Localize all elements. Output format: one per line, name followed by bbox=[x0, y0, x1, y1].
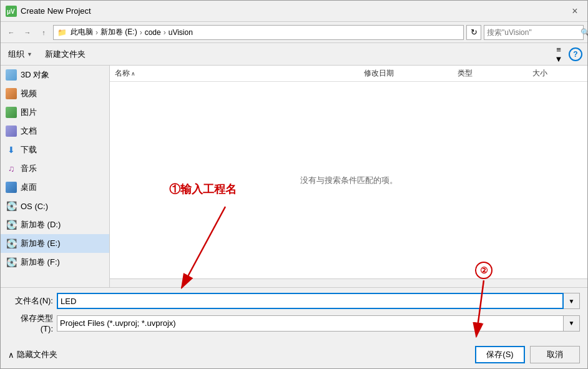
sidebar-label-desktop: 桌面 bbox=[21, 182, 37, 193]
video-icon bbox=[6, 88, 17, 99]
col-header-date[interactable]: 修改日期 bbox=[364, 68, 458, 79]
sidebar-label-3d: 3D 对象 bbox=[21, 69, 49, 81]
sidebar-label-doc: 文档 bbox=[21, 125, 37, 137]
refresh-button[interactable]: ↻ bbox=[466, 25, 481, 40]
drive-c-icon: 💽 bbox=[6, 200, 17, 212]
sidebar-item-desktop[interactable]: 桌面 bbox=[1, 178, 109, 197]
filetype-row: 保存类型(T): Project Files (*.uvproj; *.uvpr… bbox=[8, 313, 580, 333]
col-header-size[interactable]: 大小 bbox=[532, 68, 582, 79]
3d-icon bbox=[6, 69, 17, 81]
filetype-select[interactable]: Project Files (*.uvproj; *.uvprojx) bbox=[57, 315, 564, 332]
sidebar-label-music: 音乐 bbox=[21, 163, 37, 174]
filetype-dropdown[interactable]: ▼ bbox=[564, 315, 580, 332]
bottom-form-area: 文件名(N): ▼ 保存类型(T): Project Files (*.uvpr… bbox=[1, 287, 587, 342]
drive-f-icon: 💽 bbox=[6, 257, 17, 268]
breadcrumb-part-1: 新加卷 (E:) bbox=[100, 27, 137, 37]
sidebar-item-music[interactable]: ♫ 音乐 bbox=[1, 159, 109, 178]
save-button[interactable]: 保存(S) bbox=[475, 346, 525, 363]
breadcrumb: 📁 此电脑 › 新加卷 (E:) › code › uVision bbox=[57, 27, 193, 37]
create-project-dialog: μV Create New Project × ← → ↑ 📁 此电脑 › 新加… bbox=[0, 0, 588, 369]
address-path[interactable]: 📁 此电脑 › 新加卷 (E:) › code › uVision bbox=[53, 25, 464, 40]
cancel-button[interactable]: 取消 bbox=[530, 346, 580, 363]
sep-0: › bbox=[96, 28, 98, 37]
file-list-body: 没有与搜索条件匹配的项。 bbox=[110, 82, 587, 278]
download-icon: ⬇ bbox=[6, 144, 17, 155]
hide-folders-icon: ∧ bbox=[8, 350, 14, 360]
up-button[interactable]: ↑ bbox=[37, 26, 51, 39]
sort-arrow: ∧ bbox=[131, 71, 135, 77]
sidebar-label-download: 下载 bbox=[21, 144, 37, 155]
breadcrumb-folder-icon: 📁 bbox=[57, 28, 67, 37]
search-input[interactable] bbox=[487, 28, 581, 37]
breadcrumb-part-0: 此电脑 bbox=[71, 27, 93, 37]
sep-2: › bbox=[164, 28, 166, 37]
sidebar-label-image: 图片 bbox=[21, 107, 37, 118]
filename-input[interactable] bbox=[57, 293, 564, 309]
help-button[interactable]: ? bbox=[569, 47, 582, 61]
file-list-header: 名称 ∧ 修改日期 类型 大小 bbox=[110, 66, 587, 82]
title-bar: μV Create New Project × bbox=[1, 1, 587, 22]
filetype-label: 保存类型(T): bbox=[8, 313, 53, 333]
toolbar-right: ≡ ▼ ? bbox=[551, 47, 582, 62]
organize-label: 组织 bbox=[8, 49, 24, 60]
search-icon[interactable]: 🔍 bbox=[581, 28, 588, 37]
toolbar: 组织 ▼ 新建文件夹 ≡ ▼ ? bbox=[1, 43, 587, 66]
organize-arrow: ▼ bbox=[27, 51, 32, 57]
sidebar-item-doc[interactable]: 文档 bbox=[1, 122, 109, 140]
footer-area: ∧ 隐藏文件夹 保存(S) 取消 bbox=[1, 342, 587, 368]
file-area: 名称 ∧ 修改日期 类型 大小 没有与搜索条件匹配的项。 bbox=[110, 66, 587, 287]
view-button[interactable]: ≡ ▼ bbox=[551, 47, 566, 62]
sidebar: 3D 对象 视频 图片 文档 ⬇ 下载 ♫ 音乐 bbox=[1, 66, 110, 287]
sidebar-item-download[interactable]: ⬇ 下载 bbox=[1, 140, 109, 159]
search-box[interactable]: 🔍 bbox=[484, 25, 584, 40]
back-button[interactable]: ← bbox=[4, 26, 18, 39]
drive-e-icon: 💽 bbox=[6, 238, 17, 249]
music-icon: ♫ bbox=[6, 163, 17, 174]
hide-folders-toggle[interactable]: ∧ 隐藏文件夹 bbox=[8, 349, 57, 360]
empty-message: 没有与搜索条件匹配的项。 bbox=[300, 175, 398, 186]
sidebar-label-os-c: OS (C:) bbox=[21, 202, 48, 211]
filename-label: 文件名(N): bbox=[8, 295, 53, 307]
footer-buttons: 保存(S) 取消 bbox=[475, 346, 580, 363]
sidebar-item-drive-e[interactable]: 💽 新加卷 (E:) bbox=[1, 234, 109, 253]
breadcrumb-part-3: uVision bbox=[169, 28, 193, 37]
app-icon: μV bbox=[6, 6, 17, 17]
col-header-name[interactable]: 名称 ∧ bbox=[115, 68, 364, 79]
organize-button[interactable]: 组织 ▼ bbox=[6, 47, 35, 61]
hide-folders-label: 隐藏文件夹 bbox=[17, 349, 57, 360]
svg-text:μV: μV bbox=[7, 8, 15, 15]
sidebar-item-video[interactable]: 视频 bbox=[1, 84, 109, 103]
sidebar-item-os-c[interactable]: 💽 OS (C:) bbox=[1, 197, 109, 215]
h-scrollbar[interactable] bbox=[110, 278, 587, 287]
doc-icon bbox=[6, 125, 17, 137]
address-bar: ← → ↑ 📁 此电脑 › 新加卷 (E:) › code › uVision … bbox=[1, 22, 587, 43]
filetype-value: Project Files (*.uvproj; *.uvprojx) bbox=[60, 318, 176, 328]
close-button[interactable]: × bbox=[567, 4, 582, 19]
main-content: 3D 对象 视频 图片 文档 ⬇ 下载 ♫ 音乐 bbox=[1, 66, 587, 287]
sidebar-item-drive-f[interactable]: 💽 新加卷 (F:) bbox=[1, 253, 109, 272]
forward-button[interactable]: → bbox=[21, 26, 34, 39]
sidebar-label-drive-d: 新加卷 (D:) bbox=[21, 219, 61, 230]
sep-1: › bbox=[140, 28, 142, 37]
new-folder-button[interactable]: 新建文件夹 bbox=[42, 47, 88, 61]
breadcrumb-part-2: code bbox=[145, 28, 161, 37]
sidebar-label-drive-e: 新加卷 (E:) bbox=[21, 238, 61, 249]
new-folder-label: 新建文件夹 bbox=[45, 49, 86, 60]
desktop-icon bbox=[6, 182, 17, 193]
sidebar-item-drive-d[interactable]: 💽 新加卷 (D:) bbox=[1, 215, 109, 234]
sidebar-item-image[interactable]: 图片 bbox=[1, 103, 109, 122]
sidebar-label-video: 视频 bbox=[21, 88, 37, 99]
image-icon bbox=[6, 107, 17, 118]
col-header-type[interactable]: 类型 bbox=[458, 68, 532, 79]
filename-row: 文件名(N): ▼ bbox=[8, 293, 580, 309]
drive-d-icon: 💽 bbox=[6, 219, 17, 230]
sidebar-label-drive-f: 新加卷 (F:) bbox=[21, 257, 60, 268]
sidebar-item-3d[interactable]: 3D 对象 bbox=[1, 66, 109, 84]
dialog-title: Create New Project bbox=[21, 6, 567, 16]
filename-dropdown[interactable]: ▼ bbox=[564, 293, 580, 309]
